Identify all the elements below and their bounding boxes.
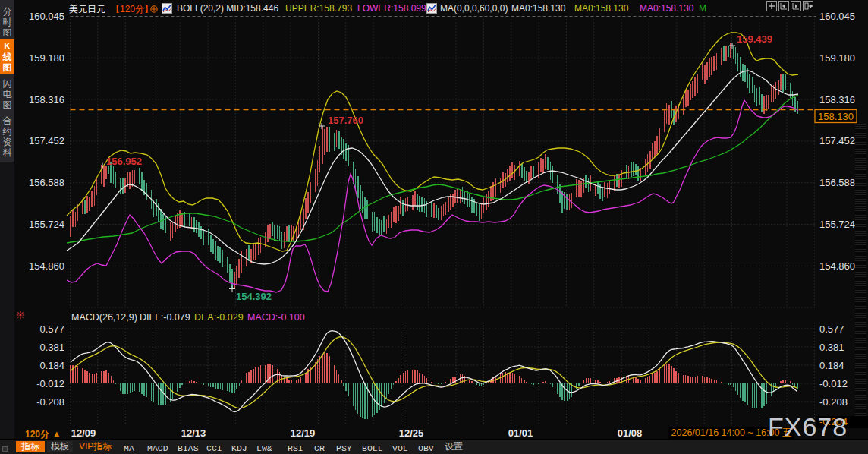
svg-text:158.130: 158.130 [818, 111, 854, 122]
svg-text:154.860: 154.860 [819, 260, 855, 272]
svg-text:-0.012: -0.012 [36, 378, 64, 389]
svg-text:12/25: 12/25 [399, 427, 424, 439]
svg-text:156.588: 156.588 [819, 177, 855, 188]
svg-text:154.860: 154.860 [29, 260, 64, 272]
svg-text:12/13: 12/13 [181, 427, 206, 439]
svg-text:159.439: 159.439 [737, 33, 772, 45]
svg-text:12/09: 12/09 [71, 427, 96, 439]
svg-text:0.577: 0.577 [819, 323, 844, 335]
svg-text:155.724: 155.724 [29, 219, 64, 230]
svg-text:-0.208: -0.208 [36, 396, 64, 408]
svg-text:158.316: 158.316 [819, 94, 855, 106]
svg-text:-0.208: -0.208 [819, 396, 848, 408]
svg-text:01/01: 01/01 [508, 427, 533, 439]
svg-text:12/19: 12/19 [291, 427, 316, 439]
svg-text:0.381: 0.381 [819, 342, 844, 353]
svg-text:0.184: 0.184 [819, 360, 844, 371]
svg-text:0.184: 0.184 [39, 360, 64, 371]
svg-text:159.180: 159.180 [819, 52, 855, 64]
svg-text:0.577: 0.577 [39, 323, 64, 335]
svg-text:-0.012: -0.012 [819, 378, 848, 389]
svg-text:156.952: 156.952 [106, 156, 142, 167]
svg-text:157.452: 157.452 [29, 135, 64, 147]
svg-text:159.180: 159.180 [29, 52, 64, 64]
svg-text:155.724: 155.724 [819, 219, 855, 230]
svg-text:157.760: 157.760 [328, 115, 363, 126]
svg-text:01/08: 01/08 [618, 427, 643, 439]
svg-text:157.452: 157.452 [819, 135, 855, 147]
svg-text:0.381: 0.381 [39, 342, 64, 353]
svg-text:154.392: 154.392 [236, 291, 272, 302]
svg-text:158.316: 158.316 [29, 94, 64, 106]
svg-text:156.588: 156.588 [29, 177, 64, 188]
